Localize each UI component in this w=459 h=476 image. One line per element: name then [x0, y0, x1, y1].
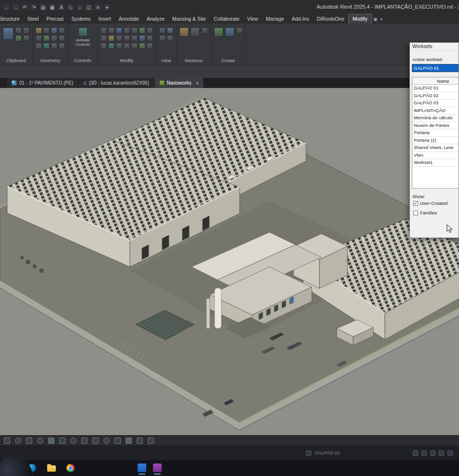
walk-icon[interactable]	[81, 438, 88, 444]
press-drag-icon[interactable]	[430, 451, 435, 456]
align-icon[interactable]	[101, 27, 107, 34]
workset-row[interactable]: Portaria	[412, 129, 459, 137]
forward-icon[interactable]: →	[12, 3, 19, 11]
families-checkbox-box[interactable]	[413, 211, 418, 215]
mirror-pick-axis-icon[interactable]	[116, 27, 122, 34]
selection-count-icon[interactable]	[447, 451, 453, 456]
workset-row[interactable]: GALPÃO 01	[412, 85, 459, 92]
sheet-icon[interactable]: ▦	[49, 3, 56, 11]
ribbon-tab-modify[interactable]: Modify	[348, 14, 372, 24]
exclude-options-icon[interactable]	[421, 451, 427, 456]
qat-caret-icon[interactable]: ▾	[103, 3, 111, 11]
editable-only-icon[interactable]	[413, 451, 418, 456]
extend-multiple-icon[interactable]	[147, 35, 153, 41]
join-icon[interactable]	[51, 27, 57, 34]
active-workset-select[interactable]: GALPÃO 01	[412, 64, 459, 72]
create-group-icon[interactable]	[225, 27, 234, 37]
measure-between-points-icon[interactable]	[179, 27, 189, 37]
split-element-icon[interactable]	[101, 35, 107, 41]
split-gap-icon[interactable]	[101, 43, 107, 49]
pan-icon[interactable]	[15, 438, 21, 444]
lock-view-icon[interactable]	[137, 438, 143, 444]
more-tools-icon[interactable]	[147, 43, 153, 49]
remove-paint-icon[interactable]	[36, 43, 42, 49]
paste-icon[interactable]	[3, 27, 13, 40]
beam-coping-icon[interactable]	[51, 35, 57, 41]
view-tab-navisworks[interactable]: Navisworks ×	[154, 78, 204, 88]
steering-wheel-icon[interactable]	[59, 438, 65, 444]
unjoin-icon[interactable]	[59, 27, 65, 34]
ribbon-tab-systems[interactable]: Systems	[67, 14, 94, 24]
ribbon-tab-add-ins[interactable]: Add-Ins	[288, 14, 313, 24]
array-icon[interactable]	[108, 35, 115, 41]
aligned-dimension-icon[interactable]	[191, 27, 200, 37]
shadows-icon[interactable]	[92, 438, 99, 444]
ribbon-tab-manage[interactable]: Manage	[262, 14, 288, 24]
match-type-icon[interactable]	[15, 35, 22, 41]
pin-icon[interactable]	[108, 43, 115, 49]
link-icon[interactable]	[59, 43, 65, 49]
active-workset-indicator[interactable]: GALPÃO 01	[315, 450, 340, 455]
activate-controls-label[interactable]: Activate Controls	[71, 38, 94, 47]
view-tab-floor-plan[interactable]: 01 - 1º PAVIMENTO (PE)	[7, 78, 78, 88]
workset-row[interactable]: VMA	[412, 152, 459, 160]
measure-caret-icon[interactable]	[202, 27, 208, 34]
print-icon[interactable]: ▤	[39, 3, 47, 11]
delete-element-icon[interactable]	[124, 43, 130, 49]
scale-icon[interactable]	[116, 35, 122, 41]
workset-row[interactable]: GALPÃO 03	[412, 100, 459, 107]
ribbon-options-caret-icon[interactable]: ▾	[379, 15, 384, 24]
cut-geometry-icon[interactable]	[43, 27, 50, 34]
trim-extend-icon[interactable]	[147, 27, 153, 34]
back-icon[interactable]: ←	[3, 3, 10, 11]
ribbon-tab-massing-site[interactable]: Massing & Site	[168, 14, 210, 24]
view-tab-3d[interactable]: ⌂ {3D - lucas.karantino9ZX95}	[78, 78, 154, 88]
orbit-icon[interactable]	[37, 438, 43, 444]
camera-icon[interactable]	[70, 438, 76, 444]
ribbon-tab-precast[interactable]: Precast	[43, 14, 68, 24]
paint-icon[interactable]	[59, 35, 65, 41]
ribbon-tab-steel[interactable]: Steel	[24, 14, 43, 24]
hide-elements-icon[interactable]	[167, 27, 173, 34]
column-header-name[interactable]: Name	[412, 77, 459, 85]
zoom-icon[interactable]	[26, 438, 32, 444]
chrome-icon[interactable]	[66, 464, 75, 472]
element-tool-icon[interactable]	[139, 43, 145, 49]
workset-row[interactable]: GALPÃO 02	[412, 92, 459, 100]
copy-icon[interactable]	[23, 27, 29, 34]
sun-icon[interactable]	[103, 438, 110, 444]
workset-row[interactable]: IMPLANTAÇÃO	[412, 107, 459, 115]
activate-controls-icon[interactable]	[78, 27, 88, 37]
revit-taskbar-icon[interactable]	[138, 463, 146, 472]
reveal-hidden-icon[interactable]	[167, 35, 173, 41]
join-ends-icon[interactable]	[131, 43, 138, 49]
cut-icon[interactable]	[15, 27, 22, 34]
extend-single-icon[interactable]	[139, 35, 145, 41]
split-face-icon[interactable]	[43, 43, 50, 49]
measure-icon[interactable]: ◇	[67, 3, 74, 11]
move-icon[interactable]	[124, 27, 130, 34]
mirror-draw-axis-icon[interactable]	[124, 35, 130, 41]
crop-view-icon[interactable]	[115, 438, 121, 444]
home-view-icon[interactable]	[48, 438, 54, 444]
families-checkbox[interactable]: Families	[413, 210, 437, 215]
undo-icon[interactable]: ↶	[21, 3, 28, 11]
create-parts-icon[interactable]	[214, 27, 223, 37]
ribbon-tab-structure[interactable]: Structure	[0, 14, 24, 24]
delete-icon[interactable]	[23, 35, 29, 41]
drawing-area[interactable]	[0, 88, 459, 435]
ribbon-tab-analyze[interactable]: Analyze	[143, 14, 168, 24]
ribbon-tab-annotate[interactable]: Annotate	[115, 14, 143, 24]
workset-row[interactable]: Shared Views, Leve	[412, 144, 459, 152]
select-icon[interactable]	[4, 438, 10, 444]
file-explorer-icon[interactable]	[47, 465, 56, 472]
unpin-icon[interactable]	[116, 43, 122, 49]
default-3d-view-icon[interactable]: ⌂	[76, 3, 83, 11]
user-created-checkbox-box[interactable]: ✓	[413, 201, 418, 206]
offset-icon[interactable]	[108, 27, 115, 34]
redo-icon[interactable]: ↷	[30, 3, 38, 11]
ribbon-tab-collaborate[interactable]: Collaborate	[210, 14, 243, 24]
workset-row[interactable]: Portaria (2)	[412, 137, 459, 145]
properties-icon[interactable]	[148, 438, 154, 444]
wall-joins-icon[interactable]	[43, 35, 50, 41]
